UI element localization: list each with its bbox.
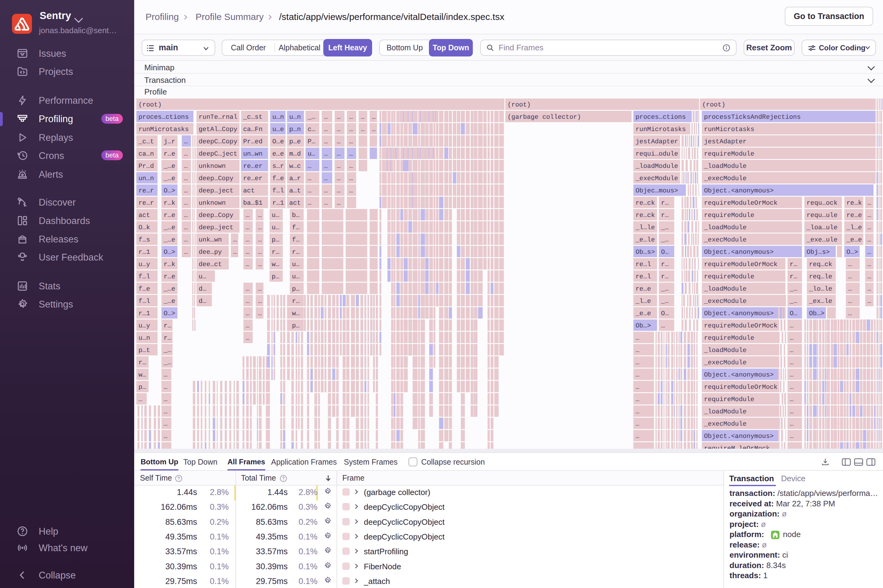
- svg-text:w…: w…: [138, 372, 146, 379]
- svg-text:requireModule: requireModule: [704, 335, 754, 342]
- svg-text:jestAdapter: jestAdapter: [704, 138, 747, 146]
- svg-text:r…: r…: [661, 200, 669, 207]
- svg-text:…: …: [184, 163, 188, 170]
- svg-text:r…k: r…k: [164, 200, 175, 207]
- svg-text:p…n: p…n: [289, 126, 301, 133]
- svg-text:…: …: [324, 114, 328, 121]
- svg-text:…: …: [635, 372, 640, 379]
- svg-text:…: …: [184, 237, 188, 244]
- svg-text:…: …: [258, 310, 262, 317]
- svg-text:r…: r…: [272, 249, 279, 256]
- svg-text:Ob…s>: Ob…s>: [635, 249, 655, 256]
- svg-text:r…: r…: [790, 261, 797, 268]
- svg-text:…: …: [635, 359, 640, 366]
- svg-text:r…1: r…1: [138, 310, 150, 317]
- svg-text:_execModule: _execModule: [704, 359, 747, 366]
- svg-text:getAl…Copy: getAl…Copy: [199, 126, 237, 133]
- svg-text:_…: _…: [661, 237, 669, 244]
- svg-text:f…: f…: [292, 224, 300, 231]
- svg-text:r…k: r…k: [164, 261, 175, 268]
- svg-text:_loadModule: _loadModule: [635, 163, 678, 170]
- svg-text:…: …: [790, 433, 794, 440]
- svg-text:requireModuleOrMock: requireModuleOrMock: [704, 261, 777, 268]
- svg-text:_…: _…: [661, 298, 669, 305]
- svg-text:_c…t: _c…t: [138, 138, 154, 146]
- svg-text:O…>: O…>: [847, 249, 858, 256]
- svg-text:…: …: [258, 237, 262, 244]
- svg-text:ca…Fn: ca…Fn: [243, 126, 263, 133]
- svg-text:…: …: [246, 310, 249, 317]
- svg-text:re…r: re…r: [138, 188, 154, 195]
- svg-text:_…: _…: [789, 298, 797, 305]
- svg-text:…: …: [324, 126, 328, 133]
- svg-text:re…k: re…k: [847, 200, 862, 207]
- svg-text:…: …: [790, 335, 794, 342]
- svg-text:…: …: [867, 237, 871, 244]
- svg-text:…: …: [164, 396, 168, 403]
- svg-text:f…: f…: [292, 237, 300, 244]
- svg-text:_e…e: _e…e: [846, 237, 862, 244]
- svg-text:…: …: [361, 126, 365, 133]
- svg-text:…: …: [867, 224, 871, 231]
- svg-text:p…: p…: [272, 273, 279, 280]
- svg-text:O…k: O…k: [138, 224, 150, 231]
- svg-text:ba…$1: ba…$1: [243, 200, 263, 207]
- svg-text:…: …: [184, 138, 188, 146]
- svg-text:d…: d…: [199, 298, 206, 305]
- svg-text:…: …: [184, 200, 188, 207]
- svg-text:…: …: [246, 261, 249, 268]
- svg-text:unknown: unknown: [199, 163, 226, 170]
- svg-text:s…r: s…r: [272, 163, 284, 170]
- svg-text:…: …: [661, 322, 665, 330]
- svg-text:…: …: [635, 421, 640, 428]
- svg-text:…: …: [349, 163, 353, 170]
- svg-text:_loa…ule: _loa…ule: [806, 224, 838, 231]
- svg-text:re…er: re…er: [243, 163, 263, 170]
- svg-text:f…e: f…e: [138, 286, 150, 293]
- svg-text:requireModule: requireModule: [704, 273, 754, 280]
- svg-text:_…e: _…e: [163, 175, 175, 182]
- svg-text:…: …: [848, 310, 852, 317]
- svg-text:…: …: [184, 188, 188, 195]
- svg-text:…: …: [361, 114, 365, 121]
- svg-text:…: …: [635, 396, 640, 403]
- svg-text:re…ck: re…ck: [635, 212, 655, 219]
- svg-text:…: …: [349, 188, 353, 195]
- svg-text:u…n: u…n: [138, 335, 150, 342]
- svg-text:w…c: w…c: [289, 163, 301, 170]
- svg-text:unk…wn: unk…wn: [199, 237, 222, 244]
- svg-text:…: …: [308, 188, 312, 195]
- svg-text:requireModule: requireModule: [704, 212, 754, 219]
- svg-text:e…e: e…e: [272, 151, 284, 158]
- svg-text:_execModule: _execModule: [704, 298, 747, 305]
- svg-text:unknown: unknown: [199, 200, 226, 207]
- svg-text:_l…le: _l…le: [635, 224, 655, 231]
- svg-text:_…e: _…e: [163, 224, 175, 231]
- svg-text:…: …: [164, 372, 168, 379]
- svg-text:_exe…ule: _exe…ule: [806, 237, 838, 244]
- svg-text:u…: u…: [199, 273, 206, 280]
- svg-text:…: …: [867, 249, 871, 256]
- svg-text:…: …: [848, 298, 852, 305]
- svg-text:Object.<anonymous>: Object.<anonymous>: [704, 188, 774, 195]
- svg-text:_…e: _…e: [163, 237, 175, 244]
- svg-text:P…: P…: [308, 138, 315, 146]
- svg-text:p…e: p…e: [289, 138, 301, 146]
- svg-text:_execModule: _execModule: [704, 421, 747, 428]
- svg-text:…: …: [337, 151, 341, 158]
- svg-text:…: …: [258, 261, 262, 268]
- svg-text:_l…e: _l…e: [635, 298, 651, 305]
- svg-text:…: …: [184, 212, 188, 219]
- svg-text:O…: O…: [790, 310, 797, 317]
- svg-text:…: …: [164, 408, 168, 416]
- svg-text:requireModule: requireModule: [704, 396, 754, 403]
- svg-text:…: …: [790, 408, 794, 416]
- svg-text:re…l: re…l: [635, 273, 651, 280]
- svg-text:…: …: [246, 224, 249, 231]
- svg-text:_…: _…: [163, 347, 171, 354]
- svg-text:re…r: re…r: [138, 200, 154, 207]
- svg-text:_…: _…: [661, 224, 669, 231]
- svg-text:req…le: req…le: [809, 273, 832, 280]
- svg-text:r…: r…: [292, 298, 300, 305]
- svg-text:r…: r…: [164, 335, 171, 342]
